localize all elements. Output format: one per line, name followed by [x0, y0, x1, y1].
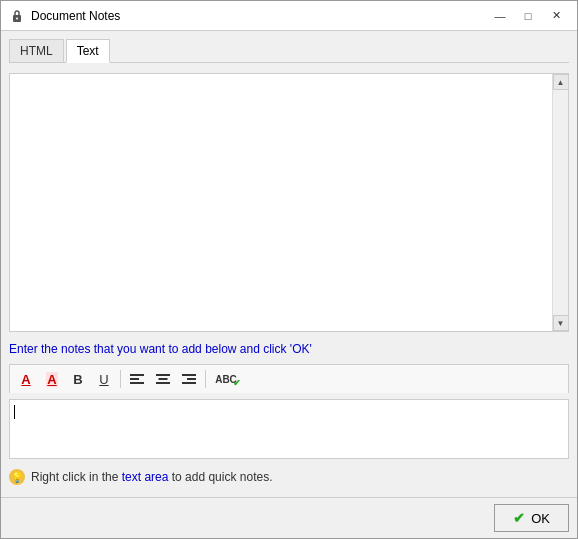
font-color-icon: A: [21, 372, 30, 387]
maximize-button[interactable]: □: [515, 5, 541, 27]
svg-rect-5: [156, 374, 170, 376]
document-notes-window: Document Notes — □ ✕ HTML Text ▲ ▼ Enter…: [0, 0, 578, 539]
font-color-button[interactable]: A: [14, 368, 38, 390]
hint-bulb-icon: 💡: [9, 469, 25, 485]
hint-row: 💡 Right click in the text area to add qu…: [9, 465, 569, 489]
tab-html[interactable]: HTML: [9, 39, 64, 62]
close-button[interactable]: ✕: [543, 5, 569, 27]
svg-rect-4: [130, 382, 144, 384]
align-center-icon: [155, 372, 171, 386]
svg-rect-3: [130, 378, 139, 380]
svg-rect-2: [130, 374, 144, 376]
ok-label: OK: [531, 511, 550, 526]
align-center-button[interactable]: [151, 368, 175, 390]
svg-rect-8: [182, 374, 196, 376]
bottom-bar: ✔ OK: [1, 497, 577, 538]
spellcheck-button[interactable]: ABC✔: [210, 368, 242, 390]
ok-checkmark-icon: ✔: [513, 510, 525, 526]
hint-link[interactable]: text area: [122, 470, 169, 484]
formatting-toolbar: A A B U: [9, 364, 569, 393]
toolbar-separator-2: [205, 370, 206, 388]
svg-rect-6: [159, 378, 168, 380]
window-controls: — □ ✕: [487, 5, 569, 27]
align-right-icon: [181, 372, 197, 386]
tab-text[interactable]: Text: [66, 39, 110, 63]
hint-text: Right click in the text area to add quic…: [31, 470, 272, 484]
tabs-bar: HTML Text: [9, 39, 569, 63]
minimize-button[interactable]: —: [487, 5, 513, 27]
svg-rect-7: [156, 382, 170, 384]
window-title: Document Notes: [31, 9, 487, 23]
underline-button[interactable]: U: [92, 368, 116, 390]
svg-rect-9: [187, 378, 196, 380]
bold-icon: B: [73, 372, 82, 387]
scroll-thumb-area: [553, 90, 568, 315]
window-icon: [9, 8, 25, 24]
underline-icon: U: [99, 372, 108, 387]
align-right-button[interactable]: [177, 368, 201, 390]
highlight-button[interactable]: A: [40, 368, 64, 390]
scroll-down-button[interactable]: ▼: [553, 315, 569, 331]
svg-point-1: [16, 17, 18, 19]
preview-content: [10, 74, 552, 331]
toolbar-separator-1: [120, 370, 121, 388]
preview-scrollbar[interactable]: ▲ ▼: [552, 74, 568, 331]
content-area: HTML Text ▲ ▼ Enter the notes that you w…: [1, 31, 577, 497]
align-left-icon: [129, 372, 145, 386]
text-editor[interactable]: [9, 399, 569, 459]
svg-rect-10: [182, 382, 196, 384]
title-bar: Document Notes — □ ✕: [1, 1, 577, 31]
preview-area: ▲ ▼: [9, 73, 569, 332]
editor-cursor: [14, 405, 15, 419]
ok-button[interactable]: ✔ OK: [494, 504, 569, 532]
bold-button[interactable]: B: [66, 368, 90, 390]
highlight-icon: A: [46, 372, 57, 387]
scroll-up-button[interactable]: ▲: [553, 74, 569, 90]
align-left-button[interactable]: [125, 368, 149, 390]
instruction-text: Enter the notes that you want to add bel…: [9, 338, 569, 358]
spellcheck-icon: ABC✔: [215, 374, 237, 385]
